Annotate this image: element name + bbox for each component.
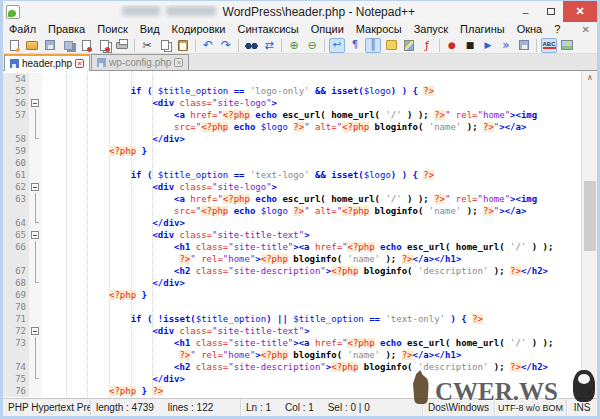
code-text[interactable]: if ( $title_option == 'logo-only' && iss… — [42, 85, 434, 97]
macro-stop-icon[interactable]: ■ — [462, 38, 478, 53]
code-line[interactable]: 57 <a href="<?php echo esc_url( home_url… — [3, 109, 581, 121]
fold-margin[interactable] — [29, 181, 42, 193]
code-line[interactable]: 74 <h2 class="site-description"><?php bl… — [3, 361, 581, 373]
code-text[interactable]: <div class="site-logo"> — [42, 181, 277, 193]
menu-item[interactable]: Вид — [134, 22, 166, 37]
menu-item[interactable]: Окна — [511, 22, 549, 37]
code-text[interactable]: <h2 class="site-description"><?php blogi… — [42, 361, 548, 373]
menu-item[interactable]: Опции — [305, 22, 350, 37]
close-button[interactable]: ✕ — [563, 1, 597, 22]
code-text[interactable] — [42, 301, 44, 313]
indent-guide-icon[interactable]: ║ — [365, 38, 381, 53]
menu-item[interactable]: Поиск — [91, 22, 133, 37]
function-list-icon[interactable]: ƒ — [419, 38, 435, 53]
scrollbar-down-icon[interactable]: ∨ — [582, 384, 598, 398]
code-line[interactable]: ?>" rel="home"><?php bloginfo( 'name' );… — [3, 253, 581, 265]
new-file-icon[interactable] — [6, 38, 22, 53]
code-line[interactable]: 70 — [3, 301, 581, 313]
menu-item[interactable]: ? — [548, 22, 566, 37]
code-line[interactable]: 56 <div class="site-logo"> — [3, 97, 581, 109]
code-line[interactable]: 58 </div> — [3, 133, 581, 145]
code-line[interactable]: 59 <?php } — [3, 145, 581, 157]
cut-icon[interactable]: ✂ — [139, 38, 155, 53]
save-all-icon[interactable] — [60, 38, 76, 53]
fold-collapse-icon[interactable] — [31, 183, 39, 191]
code-text[interactable]: </div> — [42, 277, 185, 289]
tab-header-php[interactable]: header.php✕ — [4, 54, 90, 71]
code-text[interactable]: <?php } ?> — [42, 385, 163, 397]
minimize-button[interactable]: – — [513, 1, 538, 22]
document-map-icon[interactable] — [401, 38, 417, 53]
tab-close-icon[interactable]: ✕ — [75, 59, 84, 68]
code-line[interactable]: 67 <h2 class="site-description"><?php bl… — [3, 265, 581, 277]
code-text[interactable]: <div class="site-title-text"> — [42, 229, 310, 241]
code-line[interactable]: 61 if ( $title_option == 'text-logo' && … — [3, 169, 581, 181]
zoom-out-icon[interactable]: ⊖ — [304, 38, 320, 53]
show-all-characters-icon[interactable]: ¶ — [347, 38, 363, 53]
menu-item[interactable]: Запуск — [408, 22, 454, 37]
code-line[interactable]: 65 <div class="site-title-text"> — [3, 229, 581, 241]
copy-icon[interactable] — [157, 38, 173, 53]
menu-item[interactable]: Файл — [3, 22, 42, 37]
code-line[interactable]: src="<?php echo $logo ?>" alt="<?php blo… — [3, 121, 581, 133]
code-text[interactable]: src="<?php echo $logo ?>" alt="<?php blo… — [42, 121, 526, 133]
fold-margin[interactable] — [29, 325, 42, 337]
code-line[interactable]: 75 </div> — [3, 373, 581, 385]
plugin-picture-icon[interactable] — [559, 38, 575, 53]
scrollbar-up-icon[interactable]: ∧ — [582, 71, 598, 85]
code-text[interactable] — [42, 73, 44, 85]
tab-close-icon[interactable]: ✕ — [174, 58, 183, 67]
close-all-icon[interactable] — [96, 38, 112, 53]
code-line[interactable]: ?>" rel="home"><?php bloginfo( 'name' );… — [3, 349, 581, 361]
save-icon[interactable] — [42, 38, 58, 53]
fold-collapse-icon[interactable] — [31, 99, 39, 107]
menu-item[interactable]: Правка — [42, 22, 91, 37]
code-line[interactable]: 68 </div> — [3, 277, 581, 289]
redo-icon[interactable]: ↷ — [218, 38, 234, 53]
code-line[interactable]: 72 <div class="site-title-text"> — [3, 325, 581, 337]
code-line[interactable]: src="<?php echo $logo ?>" alt="<?php blo… — [3, 205, 581, 217]
code-text[interactable]: ?>" rel="home"><?php bloginfo( 'name' );… — [42, 253, 461, 265]
menu-item[interactable]: Синтаксисы — [232, 22, 305, 37]
code-text[interactable]: </div> — [42, 373, 185, 385]
code-text[interactable]: <h2 class="site-description"><?php blogi… — [42, 265, 548, 277]
menu-item[interactable]: Кодировки — [166, 22, 232, 37]
maximize-button[interactable] — [538, 1, 563, 22]
spell-check-icon[interactable]: ABC — [541, 38, 557, 53]
scrollbar-thumb[interactable] — [584, 181, 596, 251]
vertical-scrollbar[interactable]: ∧ ∨ — [581, 71, 597, 398]
code-line[interactable]: 69 <?php } — [3, 289, 581, 301]
fold-margin[interactable] — [29, 97, 42, 109]
code-text[interactable]: if ( $title_option == 'text-logo' && iss… — [42, 169, 434, 181]
fold-margin[interactable] — [29, 229, 42, 241]
tab-wp-config-php[interactable]: wp-config.php✕ — [91, 54, 189, 70]
code-text[interactable]: <div class="site-logo"> — [42, 97, 277, 109]
code-text[interactable]: </div> — [42, 133, 185, 145]
code-line[interactable]: 63 <a href="<?php echo esc_url( home_url… — [3, 193, 581, 205]
code-text[interactable]: src="<?php echo $logo ?>" alt="<?php blo… — [42, 205, 526, 217]
menu-item[interactable]: Плагины — [454, 22, 511, 37]
user-language-icon[interactable] — [383, 38, 399, 53]
paste-icon[interactable] — [175, 38, 191, 53]
find-icon[interactable] — [243, 38, 259, 53]
code-line[interactable]: 54 — [3, 73, 581, 85]
code-text[interactable]: <?php } — [42, 289, 147, 301]
code-text[interactable]: <div class="site-title-text"> — [42, 325, 310, 337]
fold-collapse-icon[interactable] — [31, 231, 39, 239]
code-line[interactable]: 71 if ( !isset($title_option) || $title_… — [3, 313, 581, 325]
code-area[interactable]: 5455 if ( $title_option == 'logo-only' &… — [3, 71, 581, 398]
macro-save-icon[interactable] — [516, 38, 532, 53]
macro-playback-icon[interactable]: ▶ — [480, 38, 496, 53]
macro-record-icon[interactable]: ● — [444, 38, 460, 53]
editor[interactable]: 5455 if ( $title_option == 'logo-only' &… — [3, 71, 597, 398]
code-line[interactable]: 64 </div> — [3, 217, 581, 229]
code-text[interactable]: if ( !isset($title_option) || $title_opt… — [42, 313, 483, 325]
code-text[interactable]: <?php } — [42, 145, 147, 157]
zoom-in-icon[interactable]: ⊕ — [286, 38, 302, 53]
undo-icon[interactable]: ↶ — [200, 38, 216, 53]
word-wrap-icon[interactable]: ↩ — [329, 38, 345, 53]
code-text[interactable]: <a href="<?php echo esc_url( home_url( '… — [42, 193, 537, 205]
code-line[interactable]: 73 <h1 class="site-title"><a href="<?php… — [3, 337, 581, 349]
code-text[interactable] — [42, 157, 44, 169]
code-line[interactable]: 62 <div class="site-logo"> — [3, 181, 581, 193]
